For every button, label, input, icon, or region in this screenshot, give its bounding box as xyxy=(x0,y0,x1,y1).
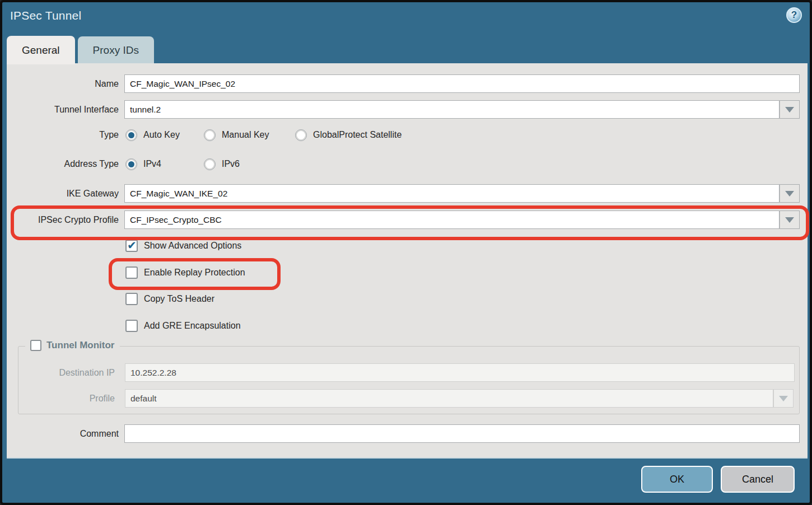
radio-icon[interactable] xyxy=(125,129,137,141)
checkbox-show-advanced-options-label: Show Advanced Options xyxy=(144,241,241,251)
tab-proxy-ids-label: Proxy IDs xyxy=(93,44,139,57)
radio-ipv4-label: IPv4 xyxy=(143,159,161,169)
ike-gateway-dropdown-button[interactable] xyxy=(780,184,800,203)
tunnel-interface-label: Tunnel Interface xyxy=(7,100,119,119)
profile-input xyxy=(125,389,773,408)
radio-manual-key-label: Manual Key xyxy=(222,130,269,140)
tunnel-monitor-checkbox[interactable] xyxy=(30,340,41,351)
tunnel-monitor-legend: Tunnel Monitor xyxy=(25,340,120,351)
ipsec-tunnel-dialog: IPSec Tunnel ? General Proxy IDs Name Tu… xyxy=(0,0,812,505)
ipsec-crypto-profile-dropdown-button[interactable] xyxy=(780,211,800,229)
dialog-title: IPSec Tunnel xyxy=(10,9,81,22)
chevron-down-icon xyxy=(785,217,794,223)
destination-ip-input xyxy=(125,363,795,382)
ike-gateway-input[interactable] xyxy=(124,184,780,203)
help-icon[interactable]: ? xyxy=(786,7,802,23)
name-input[interactable] xyxy=(124,74,800,93)
chevron-down-icon xyxy=(785,107,794,113)
help-glyph: ? xyxy=(791,10,797,21)
radio-globalprotect-satellite-label: GlobalProtect Satellite xyxy=(313,130,402,140)
checkbox-show-advanced-options[interactable]: Show Advanced Options xyxy=(125,239,241,252)
cancel-button[interactable]: Cancel xyxy=(721,466,795,493)
chevron-down-icon xyxy=(785,191,794,197)
radio-manual-key[interactable]: Manual Key xyxy=(204,128,269,142)
tunnel-monitor-label: Tunnel Monitor xyxy=(46,340,115,351)
destination-ip-label: Destination IP xyxy=(18,363,115,382)
comment-input[interactable] xyxy=(124,424,800,443)
radio-ipv4[interactable]: IPv4 xyxy=(125,157,161,171)
radio-globalprotect-satellite[interactable]: GlobalProtect Satellite xyxy=(295,128,402,142)
checkbox-add-gre-encapsulation[interactable]: Add GRE Encapsulation xyxy=(125,319,241,333)
checkbox-icon[interactable] xyxy=(125,320,138,332)
tab-general-label: General xyxy=(22,44,60,57)
checkbox-copy-tos-header-label: Copy ToS Header xyxy=(144,294,214,304)
radio-icon[interactable] xyxy=(295,129,307,141)
general-tab-panel: Name Tunnel Interface Type Auto Key Manu… xyxy=(7,63,808,459)
radio-icon[interactable] xyxy=(125,158,137,170)
radio-icon[interactable] xyxy=(204,129,216,141)
tunnel-interface-input[interactable] xyxy=(124,100,780,119)
checkbox-copy-tos-header[interactable]: Copy ToS Header xyxy=(125,292,214,306)
tunnel-interface-dropdown-button[interactable] xyxy=(780,100,800,119)
radio-icon[interactable] xyxy=(204,158,216,170)
chevron-down-icon xyxy=(779,396,788,401)
checkbox-add-gre-encapsulation-label: Add GRE Encapsulation xyxy=(144,321,241,331)
radio-auto-key-label: Auto Key xyxy=(143,130,180,140)
radio-ipv6-label: IPv6 xyxy=(222,159,240,169)
address-type-label: Address Type xyxy=(7,157,119,171)
ok-button[interactable]: OK xyxy=(641,466,713,493)
ipsec-crypto-profile-label: IPSec Crypto Profile xyxy=(7,211,119,229)
tab-proxy-ids[interactable]: Proxy IDs xyxy=(78,36,154,64)
checkbox-icon[interactable] xyxy=(125,293,138,305)
type-label: Type xyxy=(7,128,119,142)
ike-gateway-label: IKE Gateway xyxy=(7,184,119,203)
profile-label: Profile xyxy=(18,389,115,408)
comment-label: Comment xyxy=(7,424,119,443)
tab-general[interactable]: General xyxy=(7,36,75,64)
name-label: Name xyxy=(7,74,119,93)
checkbox-enable-replay-protection-label: Enable Replay Protection xyxy=(144,268,245,278)
tab-bar: General Proxy IDs xyxy=(7,35,154,64)
profile-dropdown-button xyxy=(773,389,794,408)
radio-ipv6[interactable]: IPv6 xyxy=(204,157,240,171)
tunnel-monitor-section: Tunnel Monitor Destination IP Profile xyxy=(18,346,800,414)
radio-auto-key[interactable]: Auto Key xyxy=(125,128,180,142)
checkbox-icon[interactable] xyxy=(125,240,138,252)
checkbox-enable-replay-protection[interactable]: Enable Replay Protection xyxy=(125,266,245,279)
ipsec-crypto-profile-input[interactable] xyxy=(124,211,780,229)
checkbox-icon[interactable] xyxy=(125,266,138,279)
